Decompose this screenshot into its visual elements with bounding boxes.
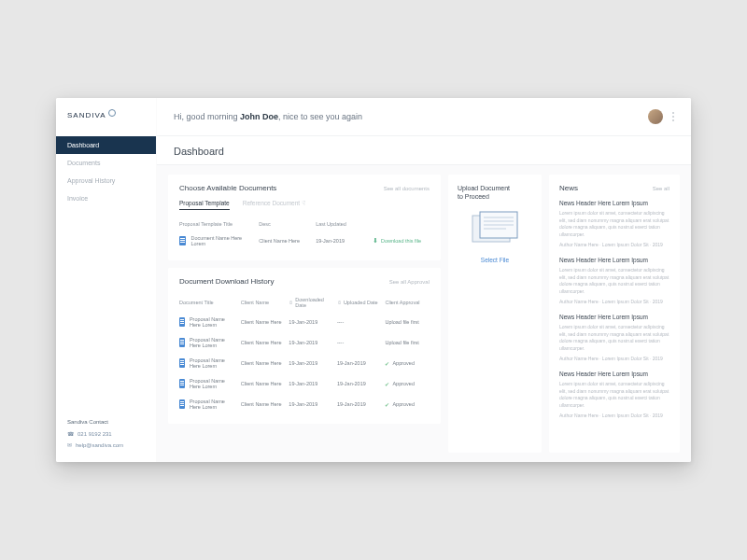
greeting-pre: Hi, good morning: [174, 112, 240, 121]
contact-block: Sandiva Contact ☎ 021 9192 231 ✉ help@sa…: [56, 419, 156, 453]
upload-illustration-icon: [467, 210, 523, 247]
table-row: Document Name Here Lorem Client Name Her…: [179, 231, 430, 251]
news-item-title: News Header Here Lorem Ipsum: [559, 200, 669, 206]
th-doc-title: Document Title: [179, 300, 237, 305]
table-row: Proposal Name Here LoremClient Name Here…: [179, 332, 430, 353]
news-item-body: Lorem ipsum dolor sit amet, consectetur …: [559, 267, 669, 295]
history-rows: Proposal Name Here LoremClient Name Here…: [179, 312, 430, 414]
content: Choose Available Documents See all docum…: [157, 165, 691, 462]
word-doc-icon: [179, 338, 185, 347]
card-title: Choose Available Documents: [179, 184, 276, 192]
sidebar: SANDIVA Dashboard Documents Approval His…: [56, 98, 157, 462]
table-row: Proposal Name Here LoremClient Name Here…: [179, 373, 430, 394]
download-file-link[interactable]: ⬇ Download this file: [373, 237, 430, 245]
news-item-title: News Header Here Lorem Ipsum: [559, 314, 669, 320]
sidebar-item-invoice[interactable]: Invoice: [56, 189, 156, 207]
row-title: Proposal Name Here Lorem: [190, 357, 237, 369]
card-header: Document Download History See all Approv…: [179, 277, 430, 286]
news-item[interactable]: News Header Here Lorem IpsumLorem ipsum …: [559, 371, 669, 418]
news-item-meta: Author Name Here · Lorem Ipsum Dolor Sit…: [559, 299, 669, 304]
upload-title: Upload Document to Proceed: [458, 184, 510, 201]
tab-reference-label: Reference Document: [243, 200, 300, 206]
topbar-right: [648, 109, 674, 124]
sidebar-item-dashboard[interactable]: Dashboard: [56, 136, 156, 154]
see-all-approval-link[interactable]: See all Approval: [389, 279, 430, 285]
doc-updated: 19-Jan-2019: [316, 238, 367, 244]
see-all-news-link[interactable]: See all: [653, 186, 669, 191]
contact-email-row: ✉ help@sandiva.com: [67, 441, 145, 448]
news-item-title: News Header Here Lorem Ipsum: [559, 371, 669, 377]
row-uploaded: 19-Jan-2019: [337, 381, 382, 386]
news-item-body: Lorem ipsum dolor sit amet, consectetur …: [559, 381, 669, 409]
row-title: Proposal Name Here Lorem: [190, 378, 237, 389]
th-approval: Client Approval: [385, 300, 430, 305]
word-doc-icon: [179, 317, 185, 327]
select-file-button[interactable]: Select File: [481, 257, 509, 263]
card-title: Document Download History: [179, 277, 274, 286]
check-icon: ✔: [385, 360, 389, 367]
row-downloaded: 19-Jan-2019: [289, 319, 333, 325]
page-title: Dashboard: [157, 136, 691, 165]
sidebar-item-approval-history[interactable]: Approval History: [56, 172, 156, 189]
mail-icon: ✉: [67, 441, 72, 448]
th-downloaded[interactable]: ⇅Downloaded Date: [289, 297, 333, 308]
doc-cell: Proposal Name Here Lorem: [179, 399, 237, 410]
see-all-documents-link[interactable]: See all documents: [384, 186, 430, 191]
news-item[interactable]: News Header Here Lorem IpsumLorem ipsum …: [559, 200, 669, 247]
doc-cell: Document Name Here Lorem: [179, 235, 253, 246]
available-documents-card: Choose Available Documents See all docum…: [168, 175, 441, 260]
upload-card: Upload Document to Proceed Select File: [448, 175, 542, 453]
row-client: Client Name Here: [241, 401, 286, 407]
sidebar-item-documents[interactable]: Documents: [56, 154, 156, 172]
card-header: News See all: [559, 184, 669, 192]
history-table-header: Document Title Client Name ⇅Downloaded D…: [179, 293, 430, 312]
doc-cell: Proposal Name Here Lorem: [179, 378, 237, 389]
news-item-body: Lorem ipsum dolor sit amet, consectetur …: [559, 324, 669, 352]
doc-cell: Proposal Name Here Lorem: [179, 337, 237, 348]
row-approval: Upload file first: [385, 319, 430, 325]
greeting-text: Hi, good morning John Doe, nice to see y…: [174, 112, 362, 121]
doc-title: Document Name Here Lorem: [190, 235, 253, 246]
card-header: Choose Available Documents See all docum…: [179, 184, 430, 192]
row-uploaded: ----: [337, 319, 382, 325]
th-client: Client Name: [241, 300, 286, 305]
more-menu-icon[interactable]: [672, 112, 674, 121]
word-doc-icon: [179, 358, 185, 368]
doc-cell: Proposal Name Here Lorem: [179, 316, 237, 328]
contact-phone: 021 9192 231: [78, 431, 112, 437]
table-row: Proposal Name Here LoremClient Name Here…: [179, 312, 430, 332]
th-updated: Last Updated: [316, 221, 367, 227]
row-downloaded: 19-Jan-2019: [289, 401, 333, 407]
card-title: News: [559, 184, 578, 192]
sort-icon: ⇅: [337, 300, 341, 305]
check-icon: ✔: [385, 401, 389, 408]
row-client: Client Name Here: [241, 360, 286, 366]
brand-name: SANDIVA: [67, 111, 106, 119]
topbar: Hi, good morning John Doe, nice to see y…: [157, 98, 691, 136]
main-area: Hi, good morning John Doe, nice to see y…: [157, 98, 691, 462]
news-item-meta: Author Name Here · Lorem Ipsum Dolor Sit…: [559, 356, 669, 361]
th-uploaded[interactable]: ⇅Uploaded Date: [337, 300, 382, 305]
news-list: News Header Here Lorem IpsumLorem ipsum …: [559, 200, 669, 418]
row-client: Client Name Here: [241, 340, 286, 345]
row-client: Client Name Here: [241, 381, 286, 386]
left-column: Choose Available Documents See all docum…: [168, 175, 441, 453]
row-title: Proposal Name Here Lorem: [190, 399, 237, 410]
greeting-post: , nice to see you again: [278, 112, 362, 121]
row-downloaded: 19-Jan-2019: [289, 340, 333, 345]
row-title: Proposal Name Here Lorem: [190, 316, 237, 328]
phone-icon: ☎: [67, 430, 74, 437]
tab-proposal-template[interactable]: Proposal Template: [179, 200, 230, 210]
news-item-meta: Author Name Here · Lorem Ipsum Dolor Sit…: [559, 242, 669, 247]
cursor-hand-icon: ☟: [302, 200, 305, 206]
row-approval: ✔Approved: [385, 401, 430, 408]
download-icon: ⬇: [373, 237, 378, 245]
row-approval: ✔Approved: [385, 360, 430, 367]
news-item[interactable]: News Header Here Lorem IpsumLorem ipsum …: [559, 257, 669, 304]
tab-reference-document[interactable]: Reference Document ☟: [243, 200, 305, 210]
row-approval: ✔Approved: [385, 381, 430, 387]
doc-desc: Client Name Here: [259, 238, 310, 244]
row-uploaded: 19-Jan-2019: [337, 401, 382, 407]
news-item[interactable]: News Header Here Lorem IpsumLorem ipsum …: [559, 314, 669, 361]
avatar[interactable]: [648, 109, 663, 124]
